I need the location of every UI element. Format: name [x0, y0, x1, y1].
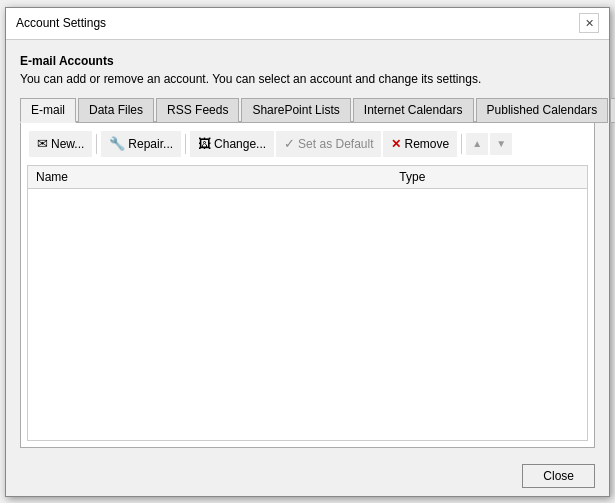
- tab-list: E-mail Data Files RSS Feeds SharePoint L…: [20, 98, 595, 123]
- move-up-button[interactable]: ▲: [466, 133, 488, 155]
- remove-icon: ✕: [391, 137, 401, 151]
- repair-label: Repair...: [128, 137, 173, 151]
- tab-data-files[interactable]: Data Files: [78, 98, 154, 123]
- col-header-type: Type: [391, 166, 587, 189]
- change-icon: 🖼: [198, 136, 211, 151]
- title-bar: Account Settings ✕: [6, 8, 609, 40]
- accounts-table-container: Name Type: [27, 165, 588, 441]
- change-label: Change...: [214, 137, 266, 151]
- repair-icon: 🔧: [109, 136, 125, 151]
- accounts-table: Name Type: [28, 166, 587, 189]
- dialog-content: E-mail Accounts You can add or remove an…: [6, 40, 609, 456]
- repair-button[interactable]: 🔧 Repair...: [101, 131, 181, 157]
- new-label: New...: [51, 137, 84, 151]
- dialog-title: Account Settings: [16, 16, 106, 30]
- set-default-button[interactable]: ✓ Set as Default: [276, 131, 381, 157]
- tabs-container: E-mail Data Files RSS Feeds SharePoint L…: [20, 98, 595, 448]
- tab-email[interactable]: E-mail: [20, 98, 76, 123]
- table-header-row: Name Type: [28, 166, 587, 189]
- tab-email-content: ✉ New... 🔧 Repair... 🖼 Change... ✓: [20, 123, 595, 448]
- tab-rss-feeds[interactable]: RSS Feeds: [156, 98, 239, 123]
- set-default-label: Set as Default: [298, 137, 373, 151]
- new-button[interactable]: ✉ New...: [29, 131, 92, 157]
- dialog-footer: Close: [6, 456, 609, 496]
- tab-address-books[interactable]: Address Books: [610, 98, 615, 123]
- account-settings-dialog: Account Settings ✕ E-mail Accounts You c…: [5, 7, 610, 497]
- tab-internet-calendars[interactable]: Internet Calendars: [353, 98, 474, 123]
- check-icon: ✓: [284, 136, 295, 151]
- separator-1: [96, 134, 97, 154]
- close-dialog-button[interactable]: Close: [522, 464, 595, 488]
- col-header-name: Name: [28, 166, 391, 189]
- separator-3: [461, 134, 462, 154]
- window-close-button[interactable]: ✕: [579, 13, 599, 33]
- tab-published-calendars[interactable]: Published Calendars: [476, 98, 609, 123]
- change-button[interactable]: 🖼 Change...: [190, 131, 274, 157]
- separator-2: [185, 134, 186, 154]
- section-description: You can add or remove an account. You ca…: [20, 72, 595, 86]
- remove-button[interactable]: ✕ Remove: [383, 131, 457, 157]
- tab-sharepoint-lists[interactable]: SharePoint Lists: [241, 98, 350, 123]
- remove-label: Remove: [404, 137, 449, 151]
- move-down-button[interactable]: ▼: [490, 133, 512, 155]
- section-title: E-mail Accounts: [20, 54, 595, 68]
- new-icon: ✉: [37, 136, 48, 151]
- down-arrow-icon: ▼: [496, 138, 506, 149]
- toolbar: ✉ New... 🔧 Repair... 🖼 Change... ✓: [27, 129, 588, 159]
- up-arrow-icon: ▲: [472, 138, 482, 149]
